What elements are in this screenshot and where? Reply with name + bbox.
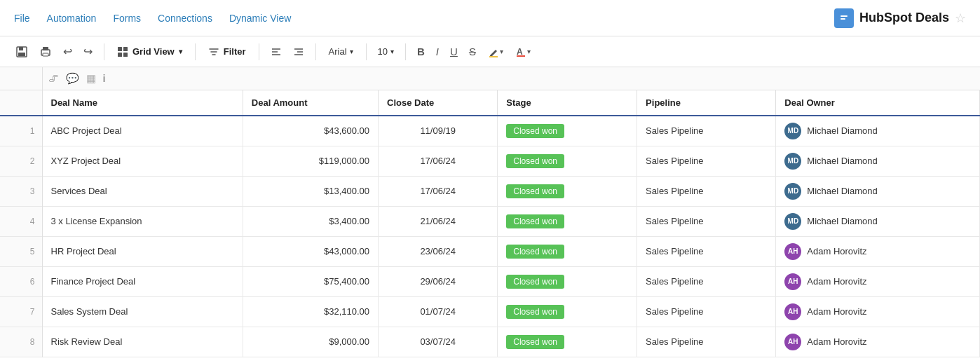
owner-name: Adam Horovitz bbox=[807, 276, 866, 287]
svg-rect-22 bbox=[517, 55, 525, 57]
svg-rect-12 bbox=[118, 53, 122, 57]
owner-avatar: AH bbox=[784, 303, 801, 320]
deals-table: 🖇 💬 ▦ i Deal Name Deal Amount Close Date… bbox=[0, 67, 980, 357]
strikethrough-button[interactable]: S bbox=[465, 43, 480, 60]
nav-left: File Automation Forms Connections Dynami… bbox=[14, 13, 291, 24]
table-row[interactable]: 6 Finance Project Deal $75,400.00 29/06/… bbox=[0, 266, 980, 296]
italic-button[interactable]: I bbox=[432, 43, 443, 60]
svg-rect-5 bbox=[19, 47, 23, 50]
deal-owner-cell: MD Michael Diamond bbox=[776, 146, 980, 176]
pipeline-cell: Sales Pipeline bbox=[637, 176, 776, 206]
stage-cell: Closed won bbox=[498, 266, 637, 296]
deal-owner-cell: AH Adam Horovitz bbox=[776, 296, 980, 327]
owner-name: Adam Horovitz bbox=[807, 336, 866, 347]
info-icon[interactable]: i bbox=[103, 72, 106, 84]
align-right-button[interactable] bbox=[289, 43, 308, 60]
font-name: Arial bbox=[329, 46, 347, 57]
filter-icon bbox=[208, 46, 219, 57]
deal-amount-cell: $32,110.00 bbox=[243, 296, 378, 327]
deal-name-cell: HR Project Deal bbox=[42, 236, 243, 266]
deal-amount-cell: $3,400.00 bbox=[243, 206, 378, 236]
grid-view-label: Grid View bbox=[132, 46, 175, 57]
owner-avatar: MD bbox=[784, 153, 801, 170]
font-size-selector[interactable]: 10 ▾ bbox=[374, 45, 398, 58]
row-number: 4 bbox=[0, 206, 42, 236]
stage-badge: Closed won bbox=[506, 305, 564, 319]
undo-button[interactable]: ↩ bbox=[59, 42, 76, 61]
nav-right: HubSpot Deals ☆ bbox=[834, 8, 966, 28]
col-header-stage: Stage bbox=[498, 90, 637, 116]
table-wrapper: 🖇 💬 ▦ i Deal Name Deal Amount Close Date… bbox=[0, 67, 980, 363]
nav-dynamic-view[interactable]: Dynamic View bbox=[229, 13, 291, 24]
table-row[interactable]: 5 HR Project Deal $43,000.00 23/06/24 Cl… bbox=[0, 236, 980, 266]
col-header-deal-name: Deal Name bbox=[42, 90, 243, 116]
app-title: HubSpot Deals bbox=[859, 11, 949, 25]
deal-owner-cell: AH Adam Horovitz bbox=[776, 236, 980, 266]
nav-file[interactable]: File bbox=[14, 13, 30, 24]
group-icon[interactable]: ▦ bbox=[86, 72, 96, 85]
close-date-cell: 23/06/24 bbox=[379, 236, 498, 266]
deal-amount-cell: $43,600.00 bbox=[243, 116, 378, 146]
stage-badge: Closed won bbox=[506, 275, 564, 289]
favorite-icon[interactable]: ☆ bbox=[955, 11, 966, 26]
stage-badge: Closed won bbox=[506, 184, 564, 198]
deal-amount-cell: $9,000.00 bbox=[243, 327, 378, 357]
comment-icon[interactable]: 💬 bbox=[66, 72, 79, 85]
nav-automation[interactable]: Automation bbox=[47, 13, 97, 24]
deal-owner-cell: MD Michael Diamond bbox=[776, 176, 980, 206]
align-left-button[interactable] bbox=[266, 43, 286, 60]
top-nav: File Automation Forms Connections Dynami… bbox=[0, 0, 980, 36]
owner-name: Adam Horovitz bbox=[807, 246, 866, 256]
svg-rect-10 bbox=[118, 47, 122, 51]
table-row[interactable]: 8 Risk Review Deal $9,000.00 03/07/24 Cl… bbox=[0, 327, 980, 357]
table-row[interactable]: 4 3 x License Expansion $3,400.00 21/06/… bbox=[0, 206, 980, 236]
stage-badge: Closed won bbox=[506, 154, 564, 168]
header-row: Deal Name Deal Amount Close Date Stage P… bbox=[0, 90, 980, 116]
redo-button[interactable]: ↪ bbox=[79, 42, 97, 61]
table-row[interactable]: 7 Sales System Deal $32,110.00 01/07/24 … bbox=[0, 296, 980, 327]
row-number: 6 bbox=[0, 266, 42, 296]
filter-button[interactable]: Filter bbox=[203, 43, 252, 60]
table-row[interactable]: 2 XYZ Project Deal $119,000.00 17/06/24 … bbox=[0, 146, 980, 176]
font-size-value: 10 bbox=[378, 46, 388, 57]
separator-6 bbox=[405, 43, 406, 60]
grid-view-chevron: ▾ bbox=[179, 48, 182, 55]
owner-name: Adam Horovitz bbox=[807, 306, 866, 317]
deal-amount-cell: $13,400.00 bbox=[243, 176, 378, 206]
separator-1 bbox=[104, 43, 104, 60]
bold-button[interactable]: B bbox=[413, 43, 429, 60]
icon-bar-cell: 🖇 💬 ▦ i bbox=[42, 67, 980, 90]
col-header-pipeline: Pipeline bbox=[637, 90, 776, 116]
table-row[interactable]: 1 ABC Project Deal $43,600.00 11/09/19 C… bbox=[0, 116, 980, 146]
stage-cell: Closed won bbox=[498, 176, 637, 206]
pipeline-cell: Sales Pipeline bbox=[637, 116, 776, 146]
owner-avatar: AH bbox=[784, 243, 801, 260]
font-selector[interactable]: Arial ▾ bbox=[323, 45, 359, 58]
owner-name: Michael Diamond bbox=[807, 125, 877, 136]
attachment-icon[interactable]: 🖇 bbox=[48, 72, 59, 84]
nav-forms[interactable]: Forms bbox=[113, 13, 141, 24]
svg-rect-8 bbox=[43, 47, 48, 50]
filter-label: Filter bbox=[224, 46, 246, 57]
grid-view-button[interactable]: Grid View ▾ bbox=[111, 43, 188, 60]
close-date-cell: 29/06/24 bbox=[379, 266, 498, 296]
col-header-rownum bbox=[0, 90, 42, 116]
deal-name-cell: 3 x License Expansion bbox=[42, 206, 243, 236]
deal-amount-cell: $43,000.00 bbox=[243, 236, 378, 266]
owner-avatar: AH bbox=[784, 273, 801, 290]
save-button[interactable] bbox=[11, 43, 32, 61]
svg-rect-11 bbox=[123, 47, 128, 51]
col-header-deal-owner: Deal Owner bbox=[776, 90, 980, 116]
close-date-cell: 17/06/24 bbox=[379, 176, 498, 206]
icon-bar-row: 🖇 💬 ▦ i bbox=[0, 67, 980, 90]
underline-button[interactable]: U bbox=[446, 43, 462, 60]
table-row[interactable]: 3 Services Deal $13,400.00 17/06/24 Clos… bbox=[0, 176, 980, 206]
close-date-cell: 11/09/19 bbox=[379, 116, 498, 146]
deal-owner-cell: AH Adam Horovitz bbox=[776, 266, 980, 296]
fill-color-button[interactable]: ▾ bbox=[483, 43, 508, 61]
text-color-button[interactable]: A ▾ bbox=[510, 43, 535, 61]
deal-owner-cell: AH Adam Horovitz bbox=[776, 327, 980, 357]
print-button[interactable] bbox=[35, 43, 56, 61]
svg-rect-9 bbox=[43, 53, 48, 56]
nav-connections[interactable]: Connections bbox=[158, 13, 212, 24]
